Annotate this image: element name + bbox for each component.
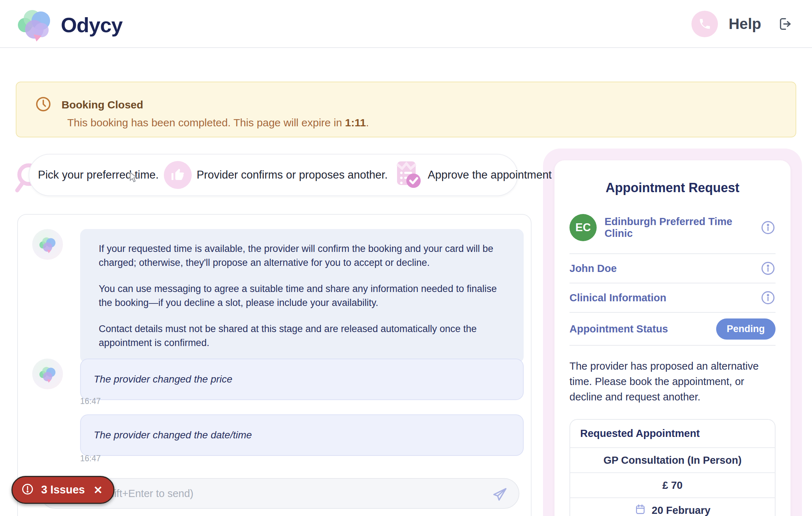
chat-message-event: The provider changed the date/time — [32, 414, 524, 456]
top-header: Odycy Help — [0, 0, 812, 48]
status-badge: Pending — [716, 318, 776, 340]
send-button[interactable] — [491, 485, 509, 503]
message-timestamp: 16:47 — [80, 454, 101, 463]
clinic-info-icon[interactable] — [760, 220, 776, 235]
header-actions: Help — [691, 0, 793, 48]
message-bubble: If your requested time is available, the… — [80, 229, 524, 363]
appointment-panel-wrapper: Appointment Request EC Edinburgh Preferr… — [543, 149, 802, 516]
step-3-label: Approve the appointment — [428, 169, 552, 181]
table-row-date: 20 February — [570, 497, 775, 516]
step-1-label: Pick your preferred time. — [38, 169, 159, 181]
chat-panel: If your requested time is available, the… — [17, 214, 532, 516]
message-paragraph: Contact details must not be shared at th… — [99, 322, 505, 350]
table-date-value: 20 February — [652, 505, 710, 516]
issues-count-label: 3 Issues — [41, 483, 85, 496]
alert-icon — [21, 483, 34, 497]
chat-message-event: The provider changed the price — [32, 359, 524, 400]
logout-icon[interactable] — [777, 16, 793, 32]
panel-title: Appointment Request — [569, 180, 776, 195]
clinical-info-icon[interactable] — [760, 290, 776, 305]
close-icon[interactable]: ✕ — [93, 484, 102, 496]
table-header: Requested Appointment — [570, 420, 775, 447]
clock-icon — [35, 96, 52, 114]
thumbs-up-icon — [164, 161, 192, 189]
appointment-request-card: Appointment Request EC Edinburgh Preferr… — [554, 160, 791, 516]
banner-title: Booking Closed — [62, 99, 143, 111]
message-timestamp: 16:47 — [80, 396, 101, 406]
help-button[interactable]: Help — [691, 11, 761, 37]
step-2-label: Provider confirms or proposes another. — [197, 169, 388, 181]
patient-row: John Doe — [569, 254, 776, 283]
patient-name: John Doe — [569, 263, 617, 274]
issues-badge[interactable]: 3 Issues ✕ — [11, 476, 114, 504]
odycy-avatar — [32, 359, 63, 389]
banner-message: This booking has been completed. This pa… — [67, 117, 369, 129]
brain-logo-icon — [16, 6, 53, 43]
booking-closed-banner: Booking Closed This booking has been com… — [16, 82, 796, 137]
message-paragraph: If your requested time is available, the… — [99, 242, 505, 270]
panel-note: The provider has proposed an alternative… — [569, 359, 776, 405]
patient-info-icon[interactable] — [760, 261, 776, 276]
clinical-info-label: Clinical Information — [569, 292, 666, 304]
status-label: Appointment Status — [569, 323, 668, 335]
table-row-price: £ 70 — [570, 472, 775, 497]
page: Odycy Help — [0, 0, 812, 516]
calendar-icon — [635, 503, 646, 516]
help-label: Help — [729, 15, 761, 33]
table-row-service: GP Consultation (In Person) — [570, 447, 775, 472]
clinic-avatar: EC — [569, 214, 597, 241]
mouse-cursor — [129, 172, 139, 184]
brand-name: Odycy — [61, 13, 122, 37]
odycy-avatar — [32, 229, 63, 260]
phone-icon — [691, 11, 718, 37]
brand-logo[interactable]: Odycy — [16, 6, 122, 43]
clinic-name: Edinburgh Preferred Time Clinic — [605, 216, 760, 239]
expire-time: 1:11 — [345, 117, 366, 128]
checklist-icon — [393, 159, 423, 191]
message-paragraph: You can use messaging to agree a suitabl… — [99, 282, 505, 310]
steps-bar: Pick your preferred time. Provider confi… — [29, 154, 518, 196]
requested-appointment-table: Requested Appointment GP Consultation (I… — [569, 419, 776, 516]
chat-message-info: If your requested time is available, the… — [32, 229, 524, 363]
clinic-row: EC Edinburgh Preferred Time Clinic — [569, 214, 776, 254]
message-bubble: The provider changed the price — [80, 359, 524, 400]
message-bubble: The provider changed the date/time — [80, 414, 524, 456]
status-row: Appointment Status Pending — [569, 313, 776, 346]
clinical-info-row: Clinical Information — [569, 283, 776, 313]
